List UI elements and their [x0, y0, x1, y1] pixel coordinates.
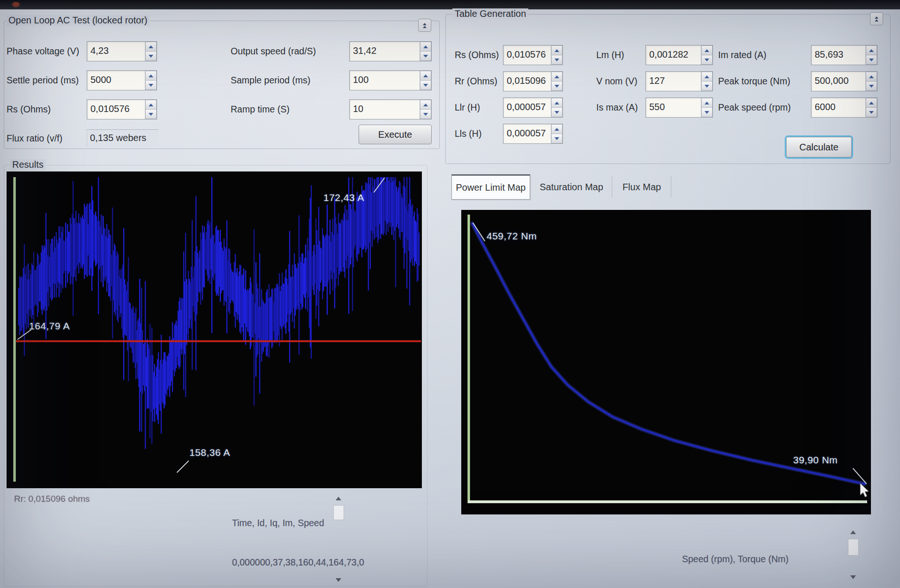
tg-ismax-label: Is max (A)	[596, 102, 638, 113]
sample-period-value[interactable]: 100	[350, 71, 420, 90]
spin-down-button[interactable]	[420, 80, 431, 90]
spin-down-button[interactable]	[420, 109, 431, 119]
spinner-buttons	[701, 45, 712, 65]
tg-lm-input[interactable]: 0,001282	[645, 45, 713, 65]
ac-test-chart[interactable]: 172,43 A 164,79 A 158,36 A	[7, 171, 422, 488]
output-speed-value[interactable]: 31,42	[350, 42, 420, 61]
spinner-buttons	[420, 42, 431, 61]
flux-ratio-label: Flux ratio (v/f)	[7, 133, 62, 144]
spin-up-button[interactable]	[551, 98, 562, 107]
spin-down-button[interactable]	[866, 55, 877, 65]
ramp-time-value[interactable]: 10	[350, 100, 420, 119]
chart-annotation-start: 459,72 Nm	[487, 231, 537, 242]
spin-up-button[interactable]	[701, 98, 712, 107]
spin-up-button[interactable]	[551, 72, 562, 81]
chart-annotation-max: 172,43 A	[323, 192, 364, 203]
rs-ohms-input[interactable]: 0,010576	[87, 99, 157, 119]
spin-up-button[interactable]	[145, 42, 157, 51]
spin-up-button[interactable]	[145, 71, 157, 80]
spin-down-button[interactable]	[551, 134, 562, 143]
table-generation-collapse-button[interactable]	[870, 12, 883, 25]
tg-lm-value[interactable]: 0,001282	[646, 45, 701, 65]
sample-period-input[interactable]: 100	[349, 70, 432, 90]
tg-vnom-value[interactable]: 127	[646, 72, 701, 91]
tg-imrated-value[interactable]: 85,693	[811, 45, 865, 65]
rs-ohms-value[interactable]: 0,010576	[87, 100, 145, 119]
spin-down-button[interactable]	[551, 107, 562, 117]
scrollbar-thumb[interactable]	[848, 539, 859, 556]
spin-up-button[interactable]	[551, 124, 562, 134]
settle-period-input[interactable]: 5000	[87, 70, 157, 90]
scrollbar-thumb[interactable]	[333, 505, 344, 520]
power-limit-map-chart[interactable]: 459,72 Nm 39,90 Nm	[461, 210, 871, 514]
tg-peakspeed-value[interactable]: 6000	[811, 98, 865, 117]
tg-peaktorque-input[interactable]: 500,000	[811, 71, 878, 91]
spinner-buttons	[701, 72, 712, 91]
spinner-buttons	[145, 100, 157, 119]
tg-vnom-label: V nom (V)	[596, 76, 638, 87]
tg-imrated-input[interactable]: 85,693	[811, 45, 878, 65]
spin-up-button[interactable]	[701, 45, 712, 55]
tg-lls-value[interactable]: 0,000057	[503, 124, 551, 143]
ac-test-data-list[interactable]: Time, Id, Iq, Im, Speed 0,000000,37,38,1…	[232, 490, 364, 588]
tg-rs-input[interactable]: 0,010576	[503, 45, 563, 65]
spin-up-button[interactable]	[866, 45, 877, 55]
spin-down-button[interactable]	[701, 107, 712, 117]
settle-period-label: Settle period (ms)	[7, 75, 79, 86]
spin-up-button[interactable]	[866, 72, 877, 81]
spinner-buttons	[865, 45, 877, 65]
tg-peakspeed-input[interactable]: 6000	[811, 97, 878, 118]
tg-rs-value[interactable]: 0,010576	[503, 45, 551, 65]
spin-down-button[interactable]	[551, 55, 562, 65]
sample-period-label: Sample period (ms)	[231, 75, 310, 86]
spin-down-button[interactable]	[701, 81, 712, 91]
phase-voltage-value[interactable]: 4,23	[87, 42, 145, 61]
tg-ismax-value[interactable]: 550	[646, 98, 701, 117]
spin-up-button[interactable]	[551, 45, 562, 55]
tg-llr-input[interactable]: 0,000057	[503, 97, 563, 118]
tg-vnom-input[interactable]: 127	[645, 71, 713, 91]
torque-speed-data-list[interactable]: Speed (rpm), Torque (Nm) 0,000000, 459,7…	[682, 524, 789, 588]
tg-llr-value[interactable]: 0,000057	[503, 98, 551, 117]
execute-button[interactable]: Execute	[359, 125, 432, 144]
spin-down-button[interactable]	[420, 51, 431, 61]
spin-down-button[interactable]	[701, 55, 712, 65]
spin-down-button[interactable]	[145, 80, 157, 90]
tg-rr-input[interactable]: 0,015096	[503, 71, 563, 91]
app-window: { "open_loop": { "title": "Open Loop AC …	[0, 0, 900, 588]
spin-up-button[interactable]	[866, 98, 877, 107]
spin-down-button[interactable]	[866, 107, 877, 117]
tg-lls-input[interactable]: 0,000057	[503, 124, 563, 144]
tg-ismax-input[interactable]: 550	[645, 97, 713, 118]
spin-down-button[interactable]	[145, 51, 157, 61]
spin-up-button[interactable]	[420, 42, 431, 51]
open-loop-collapse-button[interactable]	[418, 19, 431, 32]
photo-top-edge	[0, 0, 900, 9]
output-speed-input[interactable]: 31,42	[349, 41, 432, 61]
scroll-down-button[interactable]	[848, 573, 858, 582]
spin-up-button[interactable]	[701, 72, 712, 81]
spin-down-button[interactable]	[145, 109, 157, 119]
tab-power-limit-map[interactable]: Power Limit Map	[451, 174, 530, 200]
tab-saturation-map[interactable]: Saturation Map	[531, 176, 612, 198]
tg-rr-value[interactable]: 0,015096	[503, 72, 551, 91]
spin-down-button[interactable]	[866, 81, 877, 91]
tab-flux-map[interactable]: Flux Map	[613, 176, 671, 198]
scroll-down-button[interactable]	[333, 575, 344, 585]
spinner-buttons	[551, 124, 562, 143]
ramp-time-label: Ramp time (S)	[231, 104, 290, 115]
spin-down-button[interactable]	[551, 81, 562, 91]
scroll-up-button[interactable]	[333, 494, 344, 503]
tg-peaktorque-value[interactable]: 500,000	[811, 72, 865, 91]
chart-annotation-mean: 164,79 A	[29, 320, 70, 332]
output-speed-label: Output speed (rad/S)	[231, 46, 316, 57]
scroll-up-button[interactable]	[848, 528, 858, 537]
rr-status-text: Rr: 0,015096 ohms	[14, 494, 90, 504]
settle-period-value[interactable]: 5000	[87, 71, 145, 90]
spin-up-button[interactable]	[145, 100, 157, 109]
spin-up-button[interactable]	[420, 71, 431, 80]
calculate-button[interactable]: Calculate	[786, 137, 852, 157]
spin-up-button[interactable]	[420, 100, 431, 109]
ramp-time-input[interactable]: 10	[349, 99, 432, 119]
phase-voltage-input[interactable]: 4,23	[87, 41, 157, 61]
